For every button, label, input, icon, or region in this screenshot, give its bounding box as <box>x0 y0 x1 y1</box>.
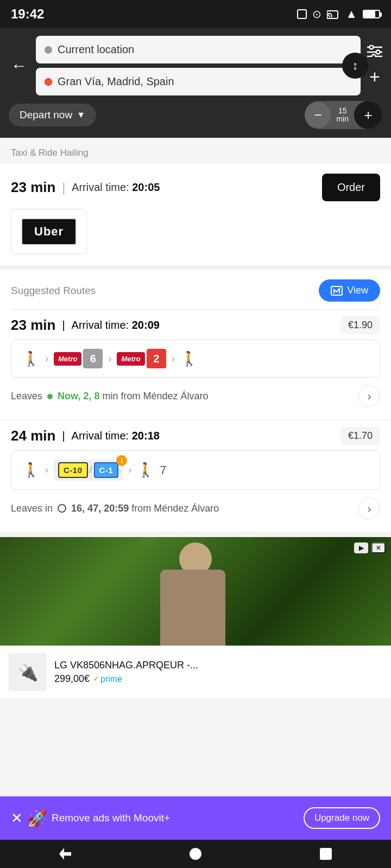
c1-badge: C-1 <box>94 462 119 478</box>
rocket-icon: 🚀 <box>27 809 47 828</box>
route-2-arrival: Arrival time: 20:18 <box>72 430 160 442</box>
metro-logo-2: Metro <box>117 352 144 366</box>
status-bar: 19:42 ⊙ ▲ <box>0 0 391 28</box>
origin-field[interactable]: Current location <box>36 36 361 63</box>
bottom-controls: Depart now ▼ − 15 min + <box>9 101 382 129</box>
walk-end-icon: 🚶 <box>180 350 198 367</box>
svg-point-5 <box>376 50 380 54</box>
header-actions: + <box>367 44 382 87</box>
route-2-duration: 24 min <box>11 427 55 444</box>
header: ← Current location Gran Vía, Madrid, Spa… <box>0 28 391 138</box>
depart-label: Depart now <box>20 109 72 121</box>
back-button[interactable]: ← <box>9 56 29 75</box>
status-time: 19:42 <box>11 7 44 22</box>
view-map-button[interactable]: View <box>319 279 380 302</box>
route-2-times: 16, 47, 20:59 <box>71 503 129 514</box>
ad-banner-image[interactable]: ▶ ✕ <box>0 537 391 646</box>
arrival-label: Arrival time: <box>72 181 129 193</box>
route-2-arrival-time: 20:18 <box>132 430 160 442</box>
ad-person <box>160 542 231 646</box>
route-1-arrival-time: 20:09 <box>132 319 160 331</box>
depart-now-button[interactable]: Depart now ▼ <box>9 104 96 126</box>
recents-nav-button[interactable] <box>320 848 332 860</box>
cercanias-group: C-10 / C-1 i <box>54 459 123 481</box>
route-1-meta: 23 min | Arrival time: 20:09 €1.90 <box>11 310 380 340</box>
routes-header: Suggested Routes View <box>0 270 391 309</box>
walk-end-2-icon: 🚶 <box>137 462 154 478</box>
ad-product-price: 299,00€ ✓ prime <box>54 673 382 685</box>
clock-icon <box>58 504 66 513</box>
svg-point-3 <box>370 46 374 49</box>
ad-indicator: ▶ <box>354 542 368 553</box>
upgrade-message: Remove ads with Moovit+ <box>52 812 304 824</box>
map-icon <box>331 286 343 296</box>
upgrade-bar: ✕ 🚀 Remove ads with Moovit+ Upgrade now <box>0 796 391 840</box>
ad-product-image: 🔌 <box>9 653 47 691</box>
route-2-leaves: Leaves in 16, 47, 20:59 from Méndez Álva… <box>11 490 380 521</box>
upgrade-now-button[interactable]: Upgrade now <box>304 807 380 829</box>
route-1-duration: 23 min <box>11 317 55 334</box>
destination-dot <box>45 78 52 86</box>
swap-button[interactable]: ↕ <box>342 53 368 79</box>
route-1-transit[interactable]: 🚶 › Metro 6 › Metro 2 <box>11 340 380 378</box>
separator-2: | <box>62 430 65 442</box>
destination-field[interactable]: Gran Vía, Madrid, Spain <box>36 68 361 95</box>
arrow-2: › <box>108 353 111 365</box>
metro-line-2-group: Metro 2 <box>117 349 166 368</box>
svg-rect-8 <box>331 286 342 295</box>
uber-card[interactable]: Uber <box>11 209 87 254</box>
route-2-meta: 24 min | Arrival time: 20:18 €1.70 <box>11 420 380 450</box>
search-row: ← Current location Gran Vía, Madrid, Spa… <box>9 36 382 95</box>
order-button[interactable]: Order <box>322 174 380 201</box>
back-nav-button[interactable] <box>59 848 71 860</box>
screen-record-icon <box>297 9 307 19</box>
ad-top-controls: ▶ ✕ <box>354 542 386 553</box>
taxi-section-label: Taxi & Ride Hailing <box>11 148 89 158</box>
slash-separator: / <box>90 464 92 476</box>
ad-product-row[interactable]: 🔌 LG VK8506NHAG.APRQEUR -... 299,00€ ✓ p… <box>0 646 391 699</box>
route-2-time-info: 24 min | Arrival time: 20:18 <box>11 427 160 444</box>
line-6-badge: 6 <box>83 349 103 368</box>
time-unit: min <box>336 115 349 123</box>
taxi-route-info: 23 min | Arrival time: 20:05 Order <box>11 164 380 209</box>
route-1-price: €1.90 <box>340 316 380 334</box>
route-2-transit[interactable]: 🚶 › C-10 / C-1 i › 🚶 7 <box>11 450 380 490</box>
destination-text: Gran Vía, Madrid, Spain <box>58 75 174 88</box>
price-value: 299,00€ <box>54 673 90 685</box>
origin-text: Current location <box>58 43 134 56</box>
route-2-navigate-button[interactable]: › <box>358 497 380 519</box>
divider-3 <box>0 532 391 533</box>
c10-badge: C-10 <box>58 462 88 478</box>
arrow-3: › <box>172 353 175 365</box>
walk-start-2-icon: 🚶 <box>22 462 40 478</box>
search-inputs: Current location Gran Vía, Madrid, Spain… <box>36 36 361 95</box>
taxi-duration: 23 min <box>11 179 55 196</box>
route-1-leaves: Leaves Now, 2, 8 min from Méndez Álvaro … <box>11 378 380 409</box>
status-icons: ⊙ ▲ <box>297 7 380 21</box>
route-2-leaves-text: Leaves in 16, 47, 20:59 from Méndez Álva… <box>11 503 219 514</box>
routes-title: Suggested Routes <box>11 285 96 297</box>
filters-button[interactable] <box>367 44 382 61</box>
ad-close-button[interactable]: ✕ <box>371 542 386 553</box>
time-display: 15 min <box>331 107 354 124</box>
upgrade-bar-close-button[interactable]: ✕ <box>11 810 23 827</box>
bottom-spacer <box>0 699 391 775</box>
location-icon: ⊙ <box>312 8 321 21</box>
bottom-nav <box>0 840 391 868</box>
route-1-arrival: Arrival time: 20:09 <box>72 319 160 331</box>
add-stop-button[interactable]: + <box>367 66 382 87</box>
home-nav-button[interactable] <box>190 848 201 860</box>
time-decrease-button[interactable]: − <box>305 102 331 128</box>
arrow-5: › <box>128 464 131 476</box>
prime-badge: ✓ prime <box>93 674 122 684</box>
route-card-1: 23 min | Arrival time: 20:09 €1.90 🚶 › M… <box>0 309 391 420</box>
taxi-time-info: 23 min | Arrival time: 20:05 <box>11 179 160 196</box>
taxi-section: 23 min | Arrival time: 20:05 Order Uber <box>0 164 391 265</box>
battery-icon <box>363 10 380 18</box>
ad-section: ▶ ✕ 🔌 LG VK8506NHAG.APRQEUR -... 299,00€… <box>0 537 391 699</box>
route-1-leaves-text: Leaves Now, 2, 8 min from Méndez Álvaro <box>11 391 209 402</box>
taxi-separator: | <box>62 181 65 195</box>
route-1-navigate-button[interactable]: › <box>358 385 380 407</box>
separator-1: | <box>62 319 65 331</box>
time-increase-button[interactable]: + <box>354 101 382 129</box>
